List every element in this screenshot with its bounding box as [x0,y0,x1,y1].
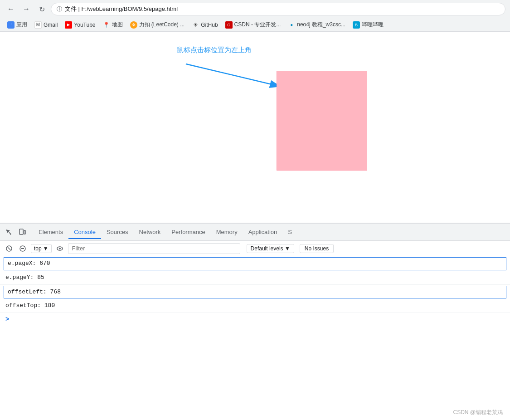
bilibili-icon: B [353,21,360,29]
devtools: Elements Console Sources Network Perform… [0,223,510,402]
tab-more[interactable]: S [282,226,297,239]
bookmark-apps-label: 应用 [16,21,27,29]
svg-rect-3 [24,230,25,234]
console-line-text: offsetLeft: 768 [8,288,61,295]
neo4j-icon: ● [288,21,295,29]
console-line-pagex: e.pageX: 670 [4,257,506,270]
devtools-inspect-button[interactable] [2,225,15,239]
levels-selector[interactable]: Default levels ▼ [247,244,294,253]
console-line-text: e.pageX: 670 [8,260,50,267]
page-content: 鼠标点击标位置为左上角 [0,32,510,223]
bookmark-gmail[interactable]: M Gmail [32,20,60,29]
csdn-icon: C [225,21,233,29]
bookmark-neo4j[interactable]: ● neo4j 教程_w3csc... [285,20,348,29]
context-dropdown-icon: ▼ [43,245,49,252]
bookmark-gmail-label: Gmail [44,22,58,28]
bookmark-leetcode[interactable]: ❖ 力扣 (LeetCode) ... [127,20,188,29]
context-label: top [34,245,42,252]
console-line-offsettop: offsetTop: 180 [0,299,510,313]
tab-application[interactable]: Application [243,226,283,239]
console-line-pagey: e.pageY: 85 [0,271,510,285]
lock-icon: ⓘ [57,5,62,13]
apps-icon: ⋮ [7,21,15,29]
console-prompt[interactable]: > [0,313,510,326]
watermark: CSDN @编程老菜鸡 [453,409,503,416]
bookmarks-bar: ⋮ 应用 M Gmail ▶ YouTube 📍 地图 ❖ 力扣 (LeetCo… [0,18,510,32]
context-selector[interactable]: top ▼ [31,244,52,253]
bookmark-csdn[interactable]: C CSDN - 专业开发... [223,20,284,29]
back-button[interactable]: ← [5,3,17,15]
gmail-icon: M [34,21,42,29]
bookmark-bilibili[interactable]: B 哔哩哔哩 [350,20,386,29]
github-icon: ☀ [192,21,199,29]
bookmark-leetcode-label: 力扣 (LeetCode) ... [139,21,185,29]
no-issues-label: No Issues [305,245,329,252]
bookmark-neo4j-label: neo4j 教程_w3csc... [297,21,345,29]
prompt-arrow-icon: > [5,316,9,323]
svg-point-9 [59,248,61,249]
bookmark-youtube-label: YouTube [74,22,95,28]
eye-button[interactable] [54,243,65,254]
bookmark-github-label: GitHub [201,22,218,28]
nav-bar: ← → ↻ ⓘ 文件 | F:/webLearning/BOM/9.5/epag… [0,0,510,18]
watermark-text: CSDN @编程老菜鸡 [453,409,503,415]
maps-icon: 📍 [103,21,110,29]
bookmark-csdn-label: CSDN - 专业开发... [234,21,281,29]
console-filter-input[interactable] [68,243,240,254]
devtools-device-button[interactable] [15,225,29,239]
console-line-offsetleft: offsetLeft: 768 [4,286,506,299]
annotation-arrow [181,57,290,93]
svg-rect-2 [19,229,23,234]
stop-recording-button[interactable] [17,243,28,254]
tab-network[interactable]: Network [134,226,166,239]
no-issues-button[interactable]: No Issues [300,244,334,253]
console-toolbar: top ▼ Default levels ▼ No Issues [0,241,510,256]
forward-button[interactable]: → [20,3,33,15]
svg-line-1 [186,64,281,87]
bookmark-youtube[interactable]: ▶ YouTube [62,20,98,29]
tab-elements[interactable]: Elements [33,226,68,239]
console-line-text: e.pageY: 85 [5,274,44,281]
devtools-tabs-bar: Elements Console Sources Network Perform… [0,224,510,241]
annotation-text: 鼠标点击标位置为左上角 [177,46,252,54]
youtube-icon: ▶ [65,21,72,29]
pink-box [277,71,367,171]
bookmark-bilibili-label: 哔哩哔哩 [362,21,384,29]
leetcode-icon: ❖ [130,21,137,29]
console-output: e.pageX: 670 e.pageY: 85 offsetLeft: 768… [0,256,510,402]
address-bar[interactable]: ⓘ 文件 | F:/webLearning/BOM/9.5/epage.html [51,3,505,15]
tab-console[interactable]: Console [68,226,101,239]
bookmark-apps[interactable]: ⋮ 应用 [5,20,30,29]
reload-button[interactable]: ↻ [35,3,48,15]
console-line-text: offsetTop: 180 [5,302,55,309]
tab-memory[interactable]: Memory [211,226,243,239]
bookmark-github[interactable]: ☀ GitHub [189,20,220,29]
clear-console-button[interactable] [4,243,15,254]
address-text: 文件 | F:/webLearning/BOM/9.5/epage.html [65,5,178,13]
tab-divider [31,228,31,237]
bookmark-maps-label: 地图 [112,21,123,29]
tab-sources[interactable]: Sources [101,226,134,239]
svg-line-5 [8,247,10,250]
bookmark-maps[interactable]: 📍 地图 [100,20,126,29]
annotation-label: 鼠标点击标位置为左上角 [177,46,252,54]
levels-label: Default levels ▼ [251,245,290,252]
tab-performance[interactable]: Performance [166,226,210,239]
